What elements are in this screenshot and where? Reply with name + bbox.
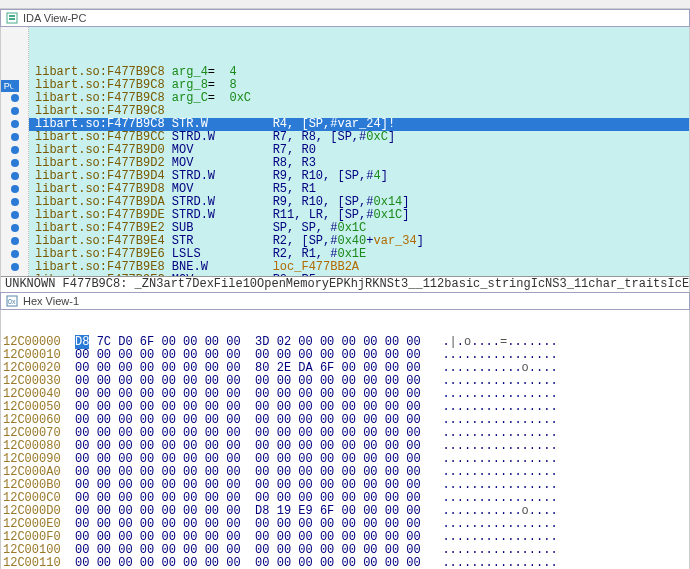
breakpoint-dot[interactable]	[11, 198, 19, 206]
ida-view-header[interactable]: IDA View-PC	[0, 9, 690, 27]
disassembly-view[interactable]: PC libart.so:F477B9C8 arg_4= 4libart.so:…	[0, 27, 690, 292]
breakpoint-dot[interactable]	[11, 211, 19, 219]
breakpoint-dot[interactable]	[11, 133, 19, 141]
top-strip	[0, 0, 690, 9]
breakpoint-dot[interactable]	[11, 224, 19, 232]
breakpoint-dot[interactable]	[11, 146, 19, 154]
breakpoint-dot[interactable]	[11, 120, 19, 128]
breakpoint-dot[interactable]	[11, 81, 19, 89]
hex-view-icon: 0x	[5, 294, 19, 308]
breakpoint-dot[interactable]	[11, 107, 19, 115]
hex-row[interactable]: 12C00110 00 00 00 00 00 00 00 00 00 00 0…	[1, 557, 689, 569]
ida-view-title: IDA View-PC	[23, 12, 86, 24]
breakpoint-dot[interactable]	[11, 237, 19, 245]
breakpoint-dot[interactable]	[11, 159, 19, 167]
breakpoint-dot[interactable]	[11, 172, 19, 180]
svg-rect-2	[9, 18, 15, 20]
hex-view[interactable]: 12C00000 D8 7C D0 6F 00 00 00 00 3D 02 0…	[0, 310, 690, 569]
svg-text:0x: 0x	[8, 298, 16, 305]
disasm-gutter: PC	[1, 27, 29, 292]
svg-rect-1	[9, 15, 15, 17]
breakpoint-dot[interactable]	[11, 185, 19, 193]
hex-view-header[interactable]: 0x Hex View-1	[0, 292, 690, 310]
breakpoint-dot[interactable]	[11, 263, 19, 271]
breakpoint-dot[interactable]	[11, 250, 19, 258]
breakpoint-dot[interactable]	[11, 94, 19, 102]
hex-view-title: Hex View-1	[23, 295, 79, 307]
ida-view-icon	[5, 11, 19, 25]
disasm-status-line: UNKNOWN F477B9C8: _ZN3art7DexFile10OpenM…	[1, 276, 689, 292]
